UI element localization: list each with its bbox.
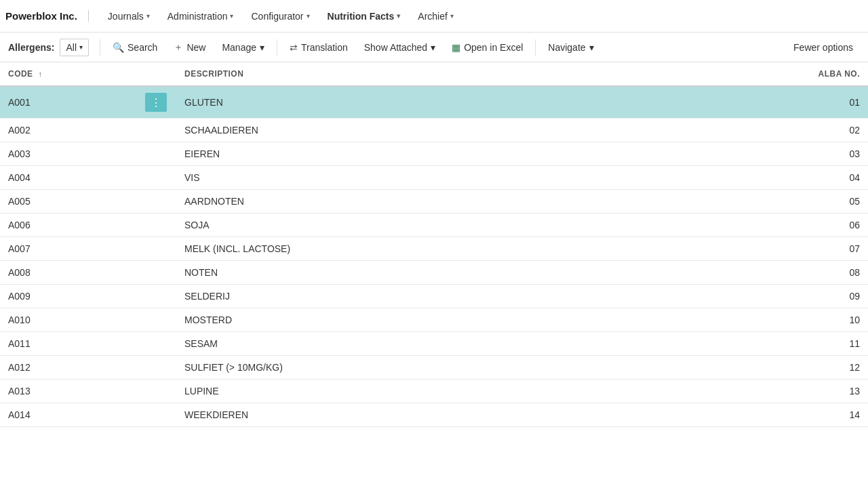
table-row[interactable]: A004VIS04 bbox=[0, 166, 868, 190]
cell-code: A009 bbox=[0, 285, 136, 308]
action-bar: Allergens: All ▾ 🔍 Search ＋ New Manage ▾… bbox=[0, 33, 868, 62]
table-row[interactable]: A007MELK (INCL. LACTOSE)07 bbox=[0, 237, 868, 261]
table-row[interactable]: A014WEEKDIEREN14 bbox=[0, 403, 868, 427]
table-row[interactable]: A002SCHAALDIEREN02 bbox=[0, 119, 868, 142]
manage-button[interactable]: Manage ▾ bbox=[215, 39, 271, 56]
cell-row-menu bbox=[136, 190, 176, 214]
col-header-alba-no[interactable]: ALBA NO. bbox=[787, 62, 868, 86]
divider-2 bbox=[277, 39, 277, 56]
cell-row-menu[interactable]: ⋮ bbox=[136, 86, 176, 119]
archief-chevron-icon: ▾ bbox=[450, 12, 454, 20]
table-row[interactable]: A006SOJA06 bbox=[0, 214, 868, 237]
col-header-menu bbox=[136, 62, 176, 86]
table-row[interactable]: A010MOSTERD10 bbox=[0, 308, 868, 332]
cell-row-menu bbox=[136, 142, 176, 166]
cell-description: WEEKDIEREN bbox=[176, 403, 787, 427]
manage-chevron-icon: ▾ bbox=[260, 42, 264, 53]
cell-alba-no: 02 bbox=[787, 119, 868, 142]
show-attached-chevron-icon: ▾ bbox=[431, 42, 435, 53]
open-in-excel-button[interactable]: ▦ Open in Excel bbox=[445, 39, 530, 56]
cell-description: MELK (INCL. LACTOSE) bbox=[176, 237, 787, 261]
top-nav: Powerblox Inc. Journals ▾ Administration… bbox=[0, 0, 868, 33]
search-button[interactable]: 🔍 Search bbox=[106, 39, 164, 56]
administration-chevron-icon: ▾ bbox=[230, 12, 233, 20]
row-context-menu-button[interactable]: ⋮ bbox=[145, 93, 167, 112]
nav-item-nutrition-facts[interactable]: Nutrition Facts ▾ bbox=[319, 7, 409, 26]
cell-description: VIS bbox=[176, 166, 787, 190]
table-row[interactable]: A009SELDERIJ09 bbox=[0, 285, 868, 308]
cell-description: SCHAALDIEREN bbox=[176, 119, 787, 142]
cell-alba-no: 04 bbox=[787, 166, 868, 190]
table-row[interactable]: A001⋮GLUTEN01 bbox=[0, 86, 868, 119]
cell-row-menu bbox=[136, 380, 176, 403]
cell-alba-no: 09 bbox=[787, 285, 868, 308]
cell-alba-no: 05 bbox=[787, 190, 868, 214]
table-row[interactable]: A008NOTEN08 bbox=[0, 261, 868, 285]
cell-description: AARDNOTEN bbox=[176, 190, 787, 214]
navigate-button[interactable]: Navigate ▾ bbox=[541, 39, 600, 56]
cell-alba-no: 01 bbox=[787, 86, 868, 119]
cell-row-menu bbox=[136, 285, 176, 308]
table-row[interactable]: A011SESAM11 bbox=[0, 332, 868, 356]
nav-items: Journals ▾ Administration ▾ Configurator… bbox=[100, 7, 863, 26]
journals-chevron-icon: ▾ bbox=[146, 12, 150, 20]
cell-code: A005 bbox=[0, 190, 136, 214]
cell-code: A004 bbox=[0, 166, 136, 190]
cell-alba-no: 03 bbox=[787, 142, 868, 166]
search-icon: 🔍 bbox=[113, 42, 124, 53]
plus-icon: ＋ bbox=[174, 41, 183, 54]
configurator-chevron-icon: ▾ bbox=[307, 12, 310, 20]
nav-item-configurator[interactable]: Configurator ▾ bbox=[243, 7, 317, 26]
cell-description: SELDERIJ bbox=[176, 285, 787, 308]
table-row[interactable]: A003EIEREN03 bbox=[0, 142, 868, 166]
allergens-table-container: CODE ↑ DESCRIPTION ALBA NO. A001⋮GLUTEN0… bbox=[0, 62, 868, 427]
cell-description: GLUTEN bbox=[176, 86, 787, 119]
allergens-label: Allergens: bbox=[8, 42, 54, 53]
cell-code: A010 bbox=[0, 308, 136, 332]
excel-icon: ▦ bbox=[452, 42, 460, 53]
cell-alba-no: 14 bbox=[787, 403, 868, 427]
cell-row-menu bbox=[136, 356, 176, 380]
cell-alba-no: 10 bbox=[787, 308, 868, 332]
cell-code: A006 bbox=[0, 214, 136, 237]
translation-icon: ⇄ bbox=[290, 42, 298, 53]
cell-row-menu bbox=[136, 332, 176, 356]
fewer-options-button[interactable]: Fewer options bbox=[787, 39, 860, 56]
translation-button[interactable]: ⇄ Translation bbox=[283, 39, 355, 56]
allergens-table: CODE ↑ DESCRIPTION ALBA NO. A001⋮GLUTEN0… bbox=[0, 62, 868, 427]
cell-description: MOSTERD bbox=[176, 308, 787, 332]
cell-row-menu bbox=[136, 119, 176, 142]
cell-description: LUPINE bbox=[176, 380, 787, 403]
cell-alba-no: 07 bbox=[787, 237, 868, 261]
cell-alba-no: 12 bbox=[787, 356, 868, 380]
cell-description: SULFIET (> 10MG/KG) bbox=[176, 356, 787, 380]
cell-row-menu bbox=[136, 308, 176, 332]
cell-code: A007 bbox=[0, 237, 136, 261]
cell-description: EIEREN bbox=[176, 142, 787, 166]
table-row[interactable]: A005AARDNOTEN05 bbox=[0, 190, 868, 214]
col-header-code[interactable]: CODE ↑ bbox=[0, 62, 136, 86]
cell-alba-no: 11 bbox=[787, 332, 868, 356]
new-button[interactable]: ＋ New bbox=[167, 38, 212, 57]
nav-item-journals[interactable]: Journals ▾ bbox=[100, 7, 158, 26]
cell-row-menu bbox=[136, 403, 176, 427]
table-row[interactable]: A013LUPINE13 bbox=[0, 380, 868, 403]
filter-all-dropdown[interactable]: All ▾ bbox=[60, 39, 89, 56]
sort-asc-icon: ↑ bbox=[38, 70, 42, 78]
col-header-description[interactable]: DESCRIPTION bbox=[176, 62, 787, 86]
show-attached-button[interactable]: Show Attached ▾ bbox=[357, 39, 442, 56]
navigate-chevron-icon: ▾ bbox=[589, 42, 594, 53]
cell-code: A008 bbox=[0, 261, 136, 285]
table-header-row: CODE ↑ DESCRIPTION ALBA NO. bbox=[0, 62, 868, 86]
cell-description: SESAM bbox=[176, 332, 787, 356]
cell-row-menu bbox=[136, 166, 176, 190]
nav-item-archief[interactable]: Archief ▾ bbox=[410, 7, 462, 26]
cell-description: SOJA bbox=[176, 214, 787, 237]
table-row[interactable]: A012SULFIET (> 10MG/KG)12 bbox=[0, 356, 868, 380]
brand-logo: Powerblox Inc. bbox=[5, 10, 89, 22]
cell-code: A013 bbox=[0, 380, 136, 403]
cell-alba-no: 06 bbox=[787, 214, 868, 237]
table-body: A001⋮GLUTEN01A002SCHAALDIEREN02A003EIERE… bbox=[0, 86, 868, 427]
nav-item-administration[interactable]: Administration ▾ bbox=[159, 7, 242, 26]
divider-1 bbox=[100, 39, 100, 56]
